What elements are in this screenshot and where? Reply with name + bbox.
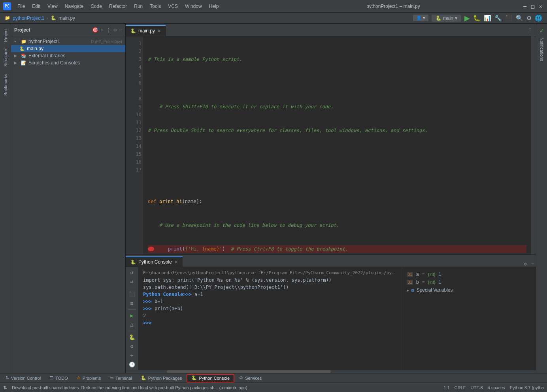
tab-python-packages[interactable]: 🐍 Python Packages: [137, 374, 186, 383]
tab-close-button[interactable]: ✕: [157, 28, 161, 34]
console-settings-gear[interactable]: ⚙: [127, 343, 137, 350]
var-icon-b: 01: [407, 280, 413, 285]
menu-window[interactable]: Window: [182, 3, 205, 10]
variables-panel: 01 a = {int} 1 01 b = {int} 1: [402, 267, 536, 370]
var-value-b: 1: [439, 279, 441, 285]
tree-mainpy[interactable]: 🐍 main.py: [11, 45, 125, 52]
menu-help[interactable]: Help: [206, 3, 222, 10]
close-button[interactable]: ✕: [538, 3, 544, 9]
console-scroll-button[interactable]: ⇄: [127, 278, 137, 285]
status-python-version[interactable]: Python 3.7 (pytho: [510, 385, 544, 390]
project-panel-minimize[interactable]: ─: [119, 27, 122, 33]
editor-tab-mainpy[interactable]: 🐍 main.py ✕: [126, 25, 166, 36]
tab-problems[interactable]: ⚠ Problems: [73, 374, 105, 383]
project-panel-icons: 🎯 ≡ ⋮ ⚙ ─: [92, 27, 122, 33]
run-button[interactable]: ▶: [464, 14, 470, 23]
status-vcs[interactable]: ⇅: [3, 385, 7, 390]
special-vars-arrow[interactable]: ▶: [407, 288, 409, 292]
menu-view[interactable]: View: [44, 3, 61, 10]
console-prompt-4: >>>: [143, 319, 397, 326]
status-bar: ⇅ Download pre-built shared indexes: Red…: [0, 383, 547, 392]
project-icon-collapse[interactable]: ≡: [101, 27, 104, 33]
tab-python-console[interactable]: 🐍 Python Console: [187, 374, 234, 383]
coverage-button[interactable]: 🔧: [494, 15, 502, 22]
project-icon-dots[interactable]: ⋮: [106, 27, 111, 33]
search-button[interactable]: 🔍: [516, 15, 523, 22]
project-tab-label[interactable]: Project: [2, 25, 9, 45]
menu-refactor[interactable]: Refactor: [106, 3, 130, 10]
app-logo: PC: [3, 2, 11, 10]
console-minimize-button[interactable]: ─: [530, 261, 536, 267]
menu-navigate[interactable]: Navigate: [62, 3, 87, 10]
notification-text: Download pre-built shared indexes: Reduc…: [12, 385, 439, 390]
update-button[interactable]: 🌐: [535, 15, 542, 22]
code-line-6: [148, 174, 526, 182]
console-import-2: sys.path.extend(['D:\\PY_Project\\python…: [143, 284, 397, 291]
profile-button[interactable]: 📊: [484, 15, 491, 22]
notifications-label[interactable]: Notifications: [539, 34, 545, 64]
menu-run[interactable]: Run: [131, 3, 146, 10]
tree-external-libs[interactable]: ▶ 📚 External Libraries: [11, 52, 125, 59]
tab-version-control[interactable]: ⇅ Version Control: [2, 374, 45, 383]
tab-todo[interactable]: ☰ TODO: [45, 374, 72, 383]
menu-edit[interactable]: Edit: [29, 3, 43, 10]
console-horizontal-scrollbar[interactable]: [126, 370, 536, 373]
toolbar-separator-1: [128, 288, 136, 288]
editor-scrollbar[interactable]: [531, 36, 536, 254]
tab-services[interactable]: ⚙ Services: [235, 374, 266, 383]
console-settings-button[interactable]: ⚙: [521, 261, 530, 267]
status-encoding[interactable]: UTF-8: [471, 385, 483, 390]
menu-file[interactable]: File: [14, 3, 28, 10]
tab-more-button[interactable]: ⋮: [524, 24, 536, 36]
console-prompt-label-3: >>>: [143, 306, 152, 311]
toolbar-separator-2: [128, 309, 136, 310]
folder-icon: 📁: [21, 39, 27, 44]
console-add-button[interactable]: +: [127, 352, 137, 359]
tree-scratches[interactable]: ▶ 📝 Scratches and Consoles: [11, 59, 125, 66]
scrollbar-thumb: [167, 370, 331, 373]
menu-code[interactable]: Code: [87, 3, 105, 10]
console-stop-button[interactable]: ⬛: [127, 290, 137, 298]
bookmarks-tab-label[interactable]: Bookmarks: [2, 71, 9, 99]
minimize-button[interactable]: ─: [522, 3, 528, 9]
settings-button[interactable]: ⚙: [526, 15, 532, 22]
project-icon-gear[interactable]: ⚙: [113, 27, 117, 33]
console-run-button[interactable]: ▶: [127, 312, 137, 319]
status-line-ending[interactable]: CRLF: [455, 385, 466, 390]
console-tabs-bar: 🐍 Python Console ✕ ⚙ ─: [126, 255, 536, 267]
maximize-button[interactable]: □: [530, 3, 536, 9]
left-sidebar-strip: Project Structure Bookmarks: [0, 24, 11, 373]
code-content[interactable]: # This is a sample Python script. # Pres…: [143, 36, 531, 254]
console-content[interactable]: E:\Anaconda3\envs\pythonProject1\python.…: [138, 267, 402, 370]
python-console-icon: 🐍: [191, 375, 197, 381]
special-variables-row[interactable]: ▶ ⊞ Special Variables: [405, 286, 533, 294]
scratches-icon: 📝: [21, 60, 27, 66]
console-list-button[interactable]: ≡: [127, 300, 137, 307]
breadcrumb-file[interactable]: main.py: [58, 15, 75, 21]
title-bar: PC File Edit View Navigate Code Refactor…: [0, 0, 547, 13]
console-clock-button[interactable]: 🕐: [127, 361, 137, 368]
status-indent[interactable]: 4 spaces: [488, 385, 505, 390]
console-snake-button[interactable]: 🐍: [127, 334, 137, 341]
console-rerun-button[interactable]: ↺: [127, 269, 137, 276]
console-print-button[interactable]: 🖨: [127, 321, 137, 328]
console-cmd-1: a=1: [194, 292, 203, 297]
library-icon: 📚: [21, 53, 27, 58]
structure-tab-label[interactable]: Structure: [2, 46, 9, 70]
tab-terminal[interactable]: ▭ Terminal: [106, 374, 136, 383]
debug-button[interactable]: 🐛: [473, 15, 481, 22]
tree-root[interactable]: ▾ 📁 pythonProject1 D:\PY_Project\pyt: [11, 38, 125, 45]
stop-button[interactable]: ⬛: [505, 15, 513, 22]
account-button[interactable]: 👤 ▾: [413, 15, 428, 21]
code-line-9: print(f'Hi, {name}') # Press Ctrl+F8 to …: [148, 245, 526, 253]
python-console-tab[interactable]: 🐍 Python Console ✕: [126, 256, 183, 267]
breadcrumb-project[interactable]: pythonProject1: [13, 15, 44, 21]
run-config-button[interactable]: 🐍 main ▾: [432, 15, 461, 22]
status-position[interactable]: 1:1: [444, 385, 450, 390]
menu-vcs[interactable]: VCS: [165, 3, 181, 10]
console-tab-close[interactable]: ✕: [174, 260, 178, 265]
special-vars-label: Special Variables: [417, 287, 453, 293]
project-icon-locate[interactable]: 🎯: [92, 27, 98, 33]
menu-tools[interactable]: Tools: [147, 3, 164, 10]
var-row-b: 01 b = {int} 1: [405, 278, 533, 286]
